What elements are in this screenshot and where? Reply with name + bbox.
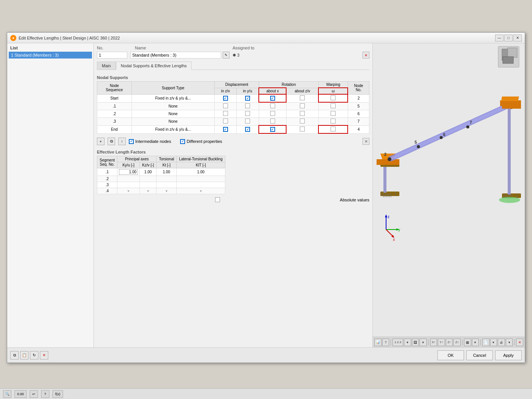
close-button[interactable]: ✕ [513,35,522,41]
disp-inyv-start[interactable] [236,94,259,102]
minimize-button[interactable]: — [495,35,504,41]
vtb-img-dropdown[interactable]: ▾ [420,339,427,346]
rot-aboutzv-3[interactable] [286,118,318,126]
refresh-btn[interactable]: ↻ [30,351,38,359]
disp-inyv-2[interactable] [236,110,259,118]
vtb-doc-btn[interactable]: 📄 [482,339,489,346]
warping-3[interactable] [318,118,348,126]
elf-klt-1[interactable]: 1.00 [177,168,225,176]
seq-3: .3 [97,118,132,126]
remove-assigned-button[interactable]: ✕ [363,52,369,59]
disp-inyv-3[interactable] [236,118,259,126]
elf-klt-4[interactable]: ▼ [177,188,225,194]
disp-inzv-end[interactable] [215,125,236,133]
elf-kt-3[interactable] [157,182,177,188]
absolute-values-checkbox[interactable] [215,197,220,202]
cancel-button[interactable]: Cancel [466,350,493,360]
support-type-start[interactable]: Fixed in z/v & y/u &... [131,94,214,102]
delete-row-button[interactable]: ↑ [118,138,126,145]
status-val-btn[interactable]: 0.00 [14,390,27,398]
vtb-xup-btn[interactable]: X↑ [430,339,437,346]
elf-kt-2[interactable] [157,176,177,182]
list-item[interactable]: 1 Standard (Members : 3) [9,52,92,59]
disp-inzv-2[interactable] [215,110,236,118]
rot-aboutzv-1[interactable] [286,102,318,110]
different-properties-checkbox-group[interactable]: Different properties [180,139,222,144]
elf-kzv-4[interactable]: ▼ [140,188,157,194]
warping-end[interactable] [318,125,348,133]
rot-aboutx-3[interactable] [259,118,286,126]
vtb-grid-dropdown[interactable]: ▾ [472,339,479,346]
vtb-chart-btn[interactable]: 📊 [374,339,382,346]
disp-inzv-start[interactable] [215,94,236,102]
name-input[interactable] [130,52,221,59]
vtb-print-btn[interactable]: 🖨 [498,339,505,346]
elf-klt-2[interactable] [177,176,225,182]
rot-aboutx-start[interactable] [259,94,286,102]
elf-klt-header: KlT [-] [177,162,225,168]
intermediate-nodes-checkbox-group[interactable]: Intermediate nodes [129,139,171,144]
vtb-img-btn[interactable]: 🖼 [412,339,419,346]
copy-btn[interactable]: ⧉ [10,351,19,359]
vtb-close-view-btn[interactable]: ✕ [516,339,523,346]
svg-marker-42 [501,97,519,101]
apply-button[interactable]: Apply [495,350,522,360]
vtb-zup-btn[interactable]: Z↑ [446,339,453,346]
rot-aboutx-end[interactable] [259,125,286,133]
ok-button[interactable]: OK [437,350,464,360]
disp-inzv-1[interactable] [215,102,236,110]
disp-inzv-3[interactable] [215,118,236,126]
disp-inyv-end[interactable] [236,125,259,133]
paste-btn[interactable]: 📋 [20,351,28,359]
support-type-end[interactable]: Fixed in z/v & y/u &... [131,125,214,133]
elf-kzv-3[interactable] [140,182,157,188]
vtb-num-dropdown[interactable]: ▾ [404,339,411,346]
add-row-button[interactable]: + [97,138,104,145]
tab-main[interactable]: Main [97,62,116,70]
elf-kzv-2[interactable] [140,176,157,182]
vtb-num-btn[interactable]: 1.2.3 [393,339,403,346]
vtb-print-dropdown[interactable]: ▾ [506,339,513,346]
maximize-button[interactable]: □ [504,35,513,41]
intermediate-nodes-checkbox[interactable] [129,139,134,144]
table-row: .3 None 7 [97,118,369,126]
rot-aboutx-1[interactable] [259,102,286,110]
vtb-help-btn[interactable]: ? [382,339,390,346]
rot-aboutx-2[interactable] [259,110,286,118]
elf-kyu-2[interactable] [117,176,140,182]
elf-kyu-3[interactable] [117,182,140,188]
elf-kyu-4[interactable]: ▼ [117,188,140,194]
warping-1[interactable] [318,102,348,110]
svg-point-20 [388,157,391,161]
elf-kyu-1[interactable] [117,168,140,176]
elf-kt-1[interactable]: 1.00 [157,168,177,176]
support-type-2[interactable]: None [131,110,214,118]
elf-kt-4[interactable]: ▼ [157,188,177,194]
status-search-btn[interactable]: 🔍 [3,390,11,398]
copy-row-button[interactable]: ⧉ [108,138,115,145]
no-input[interactable] [97,52,127,59]
tab-nodal[interactable]: Nodal Supports & Effective Lengths [116,62,192,70]
dismiss-button[interactable]: ✕ [363,138,369,145]
edit-name-button[interactable]: ✎ [223,52,230,59]
elf-kyu-input-1[interactable] [119,169,138,175]
vtb-yup-btn[interactable]: Y↑ [438,339,445,346]
rot-aboutzv-end[interactable] [286,125,318,133]
warping-start[interactable] [318,94,348,102]
delete-btn[interactable]: ✕ [40,351,48,359]
warping-2[interactable] [318,110,348,118]
status-help-btn[interactable]: ? [41,390,49,398]
elf-klt-3[interactable] [177,182,225,188]
vtb-zview-btn[interactable]: Z↕ [453,339,461,346]
elf-kzv-1[interactable]: 1.00 [140,168,157,176]
support-type-3[interactable]: None [131,118,214,126]
status-fx-btn[interactable]: f(x) [52,390,63,398]
vtb-doc-dropdown[interactable]: ▾ [490,339,497,346]
vtb-grid-btn[interactable]: ▦ [464,339,471,346]
different-properties-checkbox[interactable] [180,139,185,144]
rot-aboutzv-2[interactable] [286,110,318,118]
status-undo-btn[interactable]: ↩ [30,390,38,398]
disp-inyv-1[interactable] [236,102,259,110]
support-type-1[interactable]: None [131,102,214,110]
rot-aboutzv-start[interactable] [286,94,318,102]
